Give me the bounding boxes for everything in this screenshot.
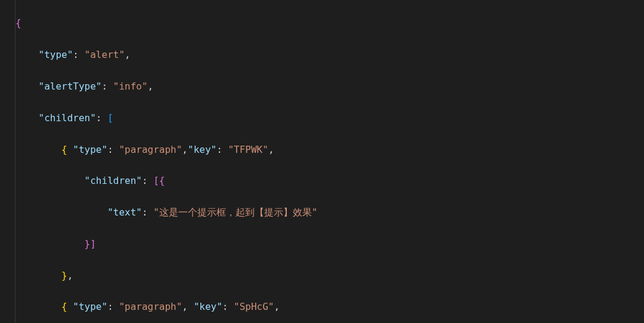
- json-key: "type": [39, 49, 73, 60]
- bracket-open: [: [107, 112, 113, 124]
- colon: :: [107, 144, 119, 155]
- comma: ,: [148, 81, 154, 92]
- colon: :: [102, 81, 113, 92]
- json-key: "children": [39, 112, 96, 124]
- json-string: "这是一个提示框，起到【提示】效果": [153, 207, 317, 218]
- bracket-brace-open: [{: [153, 175, 165, 186]
- code-block[interactable]: { "type": "alert", "alertType": "info", …: [16, 0, 460, 323]
- json-key: "key": [188, 144, 216, 155]
- colon: :: [73, 49, 84, 60]
- comma: ,: [182, 301, 193, 312]
- json-string: "alert": [85, 49, 125, 60]
- code-line: "alertType": "info",: [16, 79, 460, 94]
- colon: :: [107, 301, 119, 312]
- json-key: "type": [73, 144, 107, 155]
- colon: :: [222, 301, 234, 312]
- colon: :: [96, 112, 107, 124]
- code-line: "type": "alert",: [16, 47, 460, 63]
- brace-close: }: [61, 270, 67, 281]
- json-string: "paragraph": [119, 301, 182, 312]
- brace-open: {: [61, 301, 73, 312]
- colon: :: [216, 144, 228, 155]
- json-string: "SpHcG": [234, 301, 274, 312]
- comma: ,: [274, 301, 280, 312]
- comma: ,: [125, 49, 131, 60]
- json-key: "alertType": [39, 81, 102, 92]
- json-key: "children": [85, 175, 142, 186]
- colon: :: [142, 175, 153, 186]
- json-string: "paragraph": [119, 144, 182, 155]
- json-key: "type": [73, 301, 107, 312]
- colon: :: [142, 207, 153, 218]
- code-line: },: [16, 268, 460, 284]
- comma: ,: [67, 270, 73, 281]
- comma: ,: [268, 144, 274, 155]
- code-line: { "type": "paragraph", "key": "SpHcG",: [16, 299, 460, 315]
- json-key: "text": [107, 207, 142, 218]
- code-line: "text": "这是一个提示框，起到【提示】效果": [16, 205, 460, 220]
- code-line: {: [16, 16, 460, 31]
- code-line: "children": [{: [16, 173, 460, 189]
- json-string: "TFPWK": [228, 144, 268, 155]
- code-line: "children": [: [16, 110, 460, 126]
- json-key: "key": [194, 301, 222, 312]
- code-line: { "type": "paragraph","key": "TFPWK",: [16, 142, 460, 158]
- brace-open: {: [16, 17, 21, 29]
- gutter: [0, 0, 16, 323]
- json-string: "info": [113, 81, 148, 92]
- brace-bracket-close: }]: [85, 238, 96, 250]
- code-line: }]: [16, 236, 460, 252]
- comma: ,: [182, 144, 188, 155]
- code-editor: { "type": "alert", "alertType": "info", …: [0, 0, 644, 323]
- brace-open: {: [61, 144, 73, 155]
